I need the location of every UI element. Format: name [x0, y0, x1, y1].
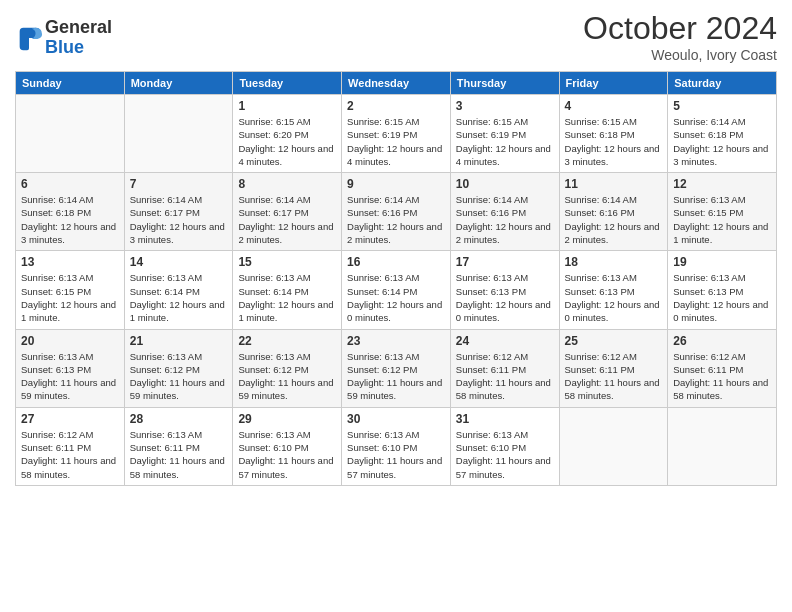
calendar-cell: 1Sunrise: 6:15 AM Sunset: 6:20 PM Daylig… [233, 95, 342, 173]
weekday-header: Tuesday [233, 72, 342, 95]
calendar-cell: 29Sunrise: 6:13 AM Sunset: 6:10 PM Dayli… [233, 407, 342, 485]
day-info: Sunrise: 6:13 AM Sunset: 6:13 PM Dayligh… [565, 271, 663, 324]
day-info: Sunrise: 6:13 AM Sunset: 6:13 PM Dayligh… [456, 271, 554, 324]
day-number: 31 [456, 412, 554, 426]
day-number: 2 [347, 99, 445, 113]
day-info: Sunrise: 6:13 AM Sunset: 6:10 PM Dayligh… [347, 428, 445, 481]
day-info: Sunrise: 6:15 AM Sunset: 6:20 PM Dayligh… [238, 115, 336, 168]
day-number: 25 [565, 334, 663, 348]
day-number: 29 [238, 412, 336, 426]
logo-icon [15, 24, 43, 52]
calendar-cell: 8Sunrise: 6:14 AM Sunset: 6:17 PM Daylig… [233, 173, 342, 251]
calendar-cell: 13Sunrise: 6:13 AM Sunset: 6:15 PM Dayli… [16, 251, 125, 329]
logo: General Blue [15, 18, 112, 58]
day-info: Sunrise: 6:13 AM Sunset: 6:12 PM Dayligh… [347, 350, 445, 403]
day-info: Sunrise: 6:14 AM Sunset: 6:18 PM Dayligh… [21, 193, 119, 246]
day-number: 27 [21, 412, 119, 426]
weekday-header: Sunday [16, 72, 125, 95]
day-info: Sunrise: 6:13 AM Sunset: 6:15 PM Dayligh… [21, 271, 119, 324]
calendar-cell: 23Sunrise: 6:13 AM Sunset: 6:12 PM Dayli… [342, 329, 451, 407]
calendar-cell [559, 407, 668, 485]
day-info: Sunrise: 6:14 AM Sunset: 6:16 PM Dayligh… [347, 193, 445, 246]
calendar-cell: 21Sunrise: 6:13 AM Sunset: 6:12 PM Dayli… [124, 329, 233, 407]
calendar-cell: 18Sunrise: 6:13 AM Sunset: 6:13 PM Dayli… [559, 251, 668, 329]
calendar-cell: 10Sunrise: 6:14 AM Sunset: 6:16 PM Dayli… [450, 173, 559, 251]
day-number: 14 [130, 255, 228, 269]
day-number: 23 [347, 334, 445, 348]
day-number: 3 [456, 99, 554, 113]
weekday-header: Thursday [450, 72, 559, 95]
calendar-week-row: 6Sunrise: 6:14 AM Sunset: 6:18 PM Daylig… [16, 173, 777, 251]
weekday-header-row: SundayMondayTuesdayWednesdayThursdayFrid… [16, 72, 777, 95]
location-title: Weoulo, Ivory Coast [583, 47, 777, 63]
day-info: Sunrise: 6:13 AM Sunset: 6:14 PM Dayligh… [130, 271, 228, 324]
day-info: Sunrise: 6:12 AM Sunset: 6:11 PM Dayligh… [565, 350, 663, 403]
logo-line1: General [45, 18, 112, 38]
calendar-cell: 25Sunrise: 6:12 AM Sunset: 6:11 PM Dayli… [559, 329, 668, 407]
day-number: 17 [456, 255, 554, 269]
day-info: Sunrise: 6:13 AM Sunset: 6:13 PM Dayligh… [673, 271, 771, 324]
calendar-cell: 19Sunrise: 6:13 AM Sunset: 6:13 PM Dayli… [668, 251, 777, 329]
day-number: 1 [238, 99, 336, 113]
day-number: 20 [21, 334, 119, 348]
day-info: Sunrise: 6:13 AM Sunset: 6:13 PM Dayligh… [21, 350, 119, 403]
weekday-header: Saturday [668, 72, 777, 95]
calendar-cell: 7Sunrise: 6:14 AM Sunset: 6:17 PM Daylig… [124, 173, 233, 251]
day-number: 24 [456, 334, 554, 348]
calendar-cell: 12Sunrise: 6:13 AM Sunset: 6:15 PM Dayli… [668, 173, 777, 251]
calendar-cell: 17Sunrise: 6:13 AM Sunset: 6:13 PM Dayli… [450, 251, 559, 329]
calendar-cell: 6Sunrise: 6:14 AM Sunset: 6:18 PM Daylig… [16, 173, 125, 251]
day-info: Sunrise: 6:14 AM Sunset: 6:17 PM Dayligh… [238, 193, 336, 246]
calendar-cell: 15Sunrise: 6:13 AM Sunset: 6:14 PM Dayli… [233, 251, 342, 329]
weekday-header: Friday [559, 72, 668, 95]
calendar-cell: 31Sunrise: 6:13 AM Sunset: 6:10 PM Dayli… [450, 407, 559, 485]
day-info: Sunrise: 6:14 AM Sunset: 6:16 PM Dayligh… [456, 193, 554, 246]
day-info: Sunrise: 6:12 AM Sunset: 6:11 PM Dayligh… [21, 428, 119, 481]
day-info: Sunrise: 6:13 AM Sunset: 6:14 PM Dayligh… [238, 271, 336, 324]
day-info: Sunrise: 6:13 AM Sunset: 6:14 PM Dayligh… [347, 271, 445, 324]
day-number: 13 [21, 255, 119, 269]
day-number: 28 [130, 412, 228, 426]
day-info: Sunrise: 6:13 AM Sunset: 6:12 PM Dayligh… [238, 350, 336, 403]
calendar-cell: 2Sunrise: 6:15 AM Sunset: 6:19 PM Daylig… [342, 95, 451, 173]
day-info: Sunrise: 6:14 AM Sunset: 6:17 PM Dayligh… [130, 193, 228, 246]
day-number: 9 [347, 177, 445, 191]
day-number: 15 [238, 255, 336, 269]
calendar-cell: 11Sunrise: 6:14 AM Sunset: 6:16 PM Dayli… [559, 173, 668, 251]
logo-line2: Blue [45, 38, 112, 58]
day-number: 16 [347, 255, 445, 269]
calendar-cell [124, 95, 233, 173]
day-info: Sunrise: 6:14 AM Sunset: 6:16 PM Dayligh… [565, 193, 663, 246]
weekday-header: Monday [124, 72, 233, 95]
calendar-week-row: 20Sunrise: 6:13 AM Sunset: 6:13 PM Dayli… [16, 329, 777, 407]
calendar-cell: 4Sunrise: 6:15 AM Sunset: 6:18 PM Daylig… [559, 95, 668, 173]
day-number: 30 [347, 412, 445, 426]
calendar-cell: 28Sunrise: 6:13 AM Sunset: 6:11 PM Dayli… [124, 407, 233, 485]
day-info: Sunrise: 6:15 AM Sunset: 6:18 PM Dayligh… [565, 115, 663, 168]
month-title: October 2024 [583, 10, 777, 47]
calendar-cell: 14Sunrise: 6:13 AM Sunset: 6:14 PM Dayli… [124, 251, 233, 329]
day-number: 26 [673, 334, 771, 348]
day-number: 7 [130, 177, 228, 191]
calendar-cell: 16Sunrise: 6:13 AM Sunset: 6:14 PM Dayli… [342, 251, 451, 329]
day-info: Sunrise: 6:12 AM Sunset: 6:11 PM Dayligh… [456, 350, 554, 403]
calendar-cell: 24Sunrise: 6:12 AM Sunset: 6:11 PM Dayli… [450, 329, 559, 407]
calendar-cell [16, 95, 125, 173]
calendar-cell: 20Sunrise: 6:13 AM Sunset: 6:13 PM Dayli… [16, 329, 125, 407]
day-number: 5 [673, 99, 771, 113]
day-number: 21 [130, 334, 228, 348]
calendar-cell [668, 407, 777, 485]
calendar-cell: 27Sunrise: 6:12 AM Sunset: 6:11 PM Dayli… [16, 407, 125, 485]
day-number: 10 [456, 177, 554, 191]
day-number: 12 [673, 177, 771, 191]
calendar-week-row: 13Sunrise: 6:13 AM Sunset: 6:15 PM Dayli… [16, 251, 777, 329]
calendar-table: SundayMondayTuesdayWednesdayThursdayFrid… [15, 71, 777, 486]
day-info: Sunrise: 6:15 AM Sunset: 6:19 PM Dayligh… [347, 115, 445, 168]
calendar-week-row: 27Sunrise: 6:12 AM Sunset: 6:11 PM Dayli… [16, 407, 777, 485]
day-number: 4 [565, 99, 663, 113]
day-number: 18 [565, 255, 663, 269]
day-number: 19 [673, 255, 771, 269]
day-number: 8 [238, 177, 336, 191]
calendar-cell: 26Sunrise: 6:12 AM Sunset: 6:11 PM Dayli… [668, 329, 777, 407]
day-info: Sunrise: 6:13 AM Sunset: 6:10 PM Dayligh… [456, 428, 554, 481]
